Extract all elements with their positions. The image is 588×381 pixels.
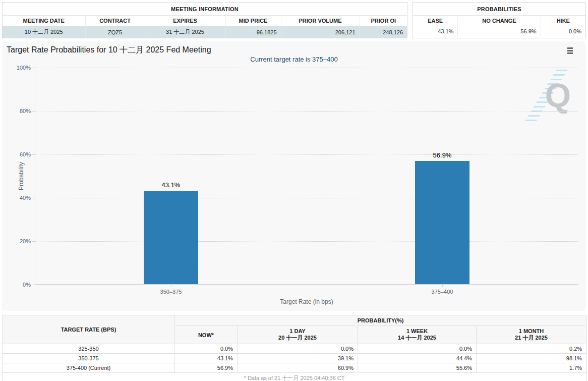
chart-subtitle: Current target rate is 375–400	[2, 56, 586, 63]
y-axis-label-60: 60%	[10, 151, 31, 157]
col-header-now: NOW*	[175, 326, 238, 344]
y-axis-label-40: 40%	[10, 195, 31, 201]
y-axis-tick	[32, 154, 35, 155]
x-axis-tick	[442, 284, 443, 287]
probabilities-table: EASE NO CHANGE HIKE 43.1% 56.9% 0.0%	[413, 16, 585, 36]
col-header-ease: EASE	[413, 16, 458, 26]
1-day-value: 39.1%	[238, 354, 358, 363]
no-change-value: 56.9%	[458, 26, 541, 37]
hike-value: 0.0%	[541, 26, 585, 37]
1-month-header-line1: 1 MONTH	[479, 328, 584, 334]
prior-oi-value: 248,126	[360, 26, 407, 38]
probability-history-table: TARGET RATE (BPS) PROBABILITY(%) NOW* 1 …	[2, 315, 586, 381]
gridline-60	[35, 154, 578, 155]
1-week-header-line2: 14 十一月 2025	[360, 334, 474, 342]
probabilities-panel: PROBABILITIES EASE NO CHANGE HIKE 43.1% …	[413, 2, 586, 38]
y-axis-tick	[32, 68, 35, 68]
meeting-information-table: MEETING DATE CONTRACT EXPIRES MID PRICE …	[3, 16, 407, 38]
y-axis-label-20: 20%	[10, 238, 31, 244]
expires-value: 31 十二月 2025	[145, 26, 225, 38]
y-axis-tick	[32, 285, 35, 285]
y-axis-label-100: 100%	[10, 65, 31, 71]
y-axis-title: Probability	[18, 161, 25, 190]
1-month-value: 0.2%	[477, 344, 586, 354]
1-day-header-line2: 20 十一月 2025	[240, 334, 356, 342]
1-week-value: 0.0%	[358, 344, 477, 354]
table-row-350-375: 350-375 43.1% 39.1% 44.4% 98.1%	[3, 354, 586, 363]
bar-value-label: 56.9%	[433, 151, 452, 159]
y-axis-tick	[32, 241, 35, 242]
col-header-mid-price: MID PRICE	[225, 16, 281, 26]
1-day-header-line1: 1 DAY	[240, 328, 356, 334]
target-rate-probabilities-chart: Target Rate Probabilities for 10 十二月 202…	[2, 41, 586, 311]
col-header-hike: HIKE	[541, 16, 585, 26]
mid-price-value: 96.1825	[225, 26, 281, 38]
col-header-meeting-date: MEETING DATE	[3, 16, 85, 26]
plot-area: 100% 80% 60% 40% 20% 0% Probability 43.1…	[35, 68, 578, 285]
probability-history-section: TARGET RATE (BPS) PROBABILITY(%) NOW* 1 …	[2, 315, 586, 381]
col-header-prior-oi: PRIOR OI	[360, 16, 407, 26]
target-rate-cell: 350-375	[3, 354, 175, 363]
probability-pct-header: PROBABILITY(%)	[175, 315, 586, 326]
probability-bar-375-400[interactable]	[415, 161, 469, 284]
col-header-contract: CONTRACT	[85, 16, 145, 26]
gridline-80	[35, 111, 578, 112]
probability-bar-350-375[interactable]	[144, 191, 198, 284]
col-header-1-day: 1 DAY 20 十一月 2025	[238, 326, 358, 344]
meeting-table-row: 10 十二月 2025 ZQZ5 31 十二月 2025 96.1825 206…	[3, 26, 407, 38]
top-info-section: MEETING INFORMATION MEETING DATE CONTRAC…	[2, 2, 586, 38]
1-day-value: 0.0%	[238, 344, 358, 354]
gridline-20	[35, 241, 578, 242]
meeting-table-header-row: MEETING DATE CONTRACT EXPIRES MID PRICE …	[3, 16, 407, 26]
table-row-325-350: 325-350 0.0% 0.0% 0.0% 0.2%	[3, 344, 586, 354]
col-header-1-month: 1 MONTH 21 十月 2025	[477, 326, 586, 344]
probabilities-header-row: EASE NO CHANGE HIKE	[413, 16, 585, 26]
bar-value-label: 43.1%	[162, 181, 181, 189]
target-rate-cell: 325-350	[3, 344, 175, 354]
prior-volume-value: 206,121	[281, 26, 360, 38]
1-day-value: 60.9%	[238, 363, 358, 373]
col-header-expires: EXPIRES	[145, 16, 225, 26]
now-value: 43.1%	[175, 354, 238, 363]
meeting-date-value: 10 十二月 2025	[3, 26, 85, 38]
contract-value: ZQZ5	[85, 26, 145, 38]
meeting-information-title: MEETING INFORMATION	[3, 3, 407, 16]
chart-context-menu-icon[interactable]	[566, 46, 574, 56]
x-axis-title: Target Rate (in bps)	[35, 298, 578, 305]
y-axis-label-0: 0%	[10, 282, 31, 288]
table-row-375-400-current: 375-400 (Current) 56.9% 60.9% 55.6% 1.7%	[3, 363, 586, 373]
1-month-value: 1.7%	[477, 363, 586, 373]
target-rate-bps-header: TARGET RATE (BPS)	[3, 315, 175, 344]
1-week-value: 44.4%	[358, 354, 477, 363]
target-rate-cell: 375-400 (Current)	[3, 363, 175, 373]
footnote-row: * Data as of 21 十一月 2025 04:40:36 CT	[3, 373, 586, 381]
col-header-no-change: NO CHANGE	[458, 16, 541, 26]
y-axis-label-80: 80%	[10, 108, 31, 114]
meeting-information-panel: MEETING INFORMATION MEETING DATE CONTRAC…	[2, 2, 407, 38]
1-week-value: 55.6%	[358, 363, 477, 373]
chart-title: Target Rate Probabilities for 10 十二月 202…	[7, 45, 211, 56]
probabilities-value-row: 43.1% 56.9% 0.0%	[413, 26, 585, 37]
y-axis-tick	[32, 111, 35, 112]
gridline-40	[35, 198, 578, 198]
col-header-prior-volume: PRIOR VOLUME	[281, 16, 360, 26]
1-month-header-line2: 21 十月 2025	[479, 334, 584, 342]
bar-slot-375-400: 56.9%	[415, 68, 469, 284]
now-value: 0.0%	[175, 344, 238, 354]
ease-value: 43.1%	[413, 26, 458, 37]
probabilities-title: PROBABILITIES	[413, 3, 585, 16]
gridline-100	[35, 68, 578, 68]
1-month-value: 98.1%	[477, 354, 586, 363]
col-header-1-week: 1 WEEK 14 十一月 2025	[358, 326, 477, 344]
x-axis-tick	[171, 284, 171, 287]
x-category-350-375: 350–375	[160, 289, 182, 295]
now-value: 56.9%	[175, 363, 238, 373]
now-header-line1: NOW*	[177, 332, 235, 338]
bar-slot-350-375: 43.1%	[144, 68, 198, 284]
y-axis-tick	[32, 198, 35, 198]
data-as-of-footnote: * Data as of 21 十一月 2025 04:40:36 CT	[3, 373, 586, 381]
1-week-header-line1: 1 WEEK	[360, 328, 474, 334]
x-category-375-400: 375–400	[432, 289, 453, 295]
